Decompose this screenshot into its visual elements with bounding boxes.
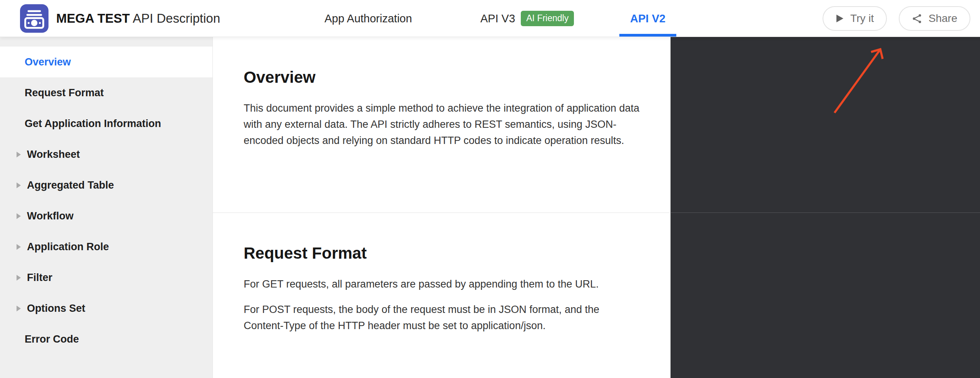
main-content: Overview This document provides a simple… xyxy=(213,37,980,378)
body: Overview Request Format Get Application … xyxy=(0,37,980,378)
sidebar-item-aggregated-table[interactable]: Aggregated Table xyxy=(0,170,212,201)
tab-app-authorization[interactable]: App Authorization xyxy=(324,0,412,37)
tab-app-authorization-label: App Authorization xyxy=(324,12,412,25)
sidebar-item-label: Aggregated Table xyxy=(27,179,114,191)
sidebar-item-label: Error Code xyxy=(25,333,79,345)
brand: MEGA TEST API Description xyxy=(20,0,220,37)
header-actions: Try it Share xyxy=(823,6,970,31)
sidebar-item-label: Filter xyxy=(27,272,52,284)
code-panel xyxy=(671,37,980,213)
chevron-right-icon xyxy=(16,274,21,281)
tab-api-v3[interactable]: API V3 AI Friendly xyxy=(480,0,574,37)
section-paragraph: For POST requests, the body of the reque… xyxy=(244,301,641,334)
sidebar-item-options-set[interactable]: Options Set xyxy=(0,293,212,324)
chevron-right-icon xyxy=(16,182,21,189)
sidebar-item-workflow[interactable]: Workflow xyxy=(0,201,212,231)
sidebar-item-label: Get Application Information xyxy=(25,118,161,130)
tab-api-v3-label: API V3 xyxy=(480,12,515,25)
sidebar-item-label: Request Format xyxy=(25,87,104,99)
sidebar-item-label: Options Set xyxy=(27,303,85,314)
tab-api-v2-label: API V2 xyxy=(630,12,666,25)
brand-name: MEGA TEST xyxy=(56,11,130,25)
code-panel xyxy=(671,213,980,378)
sidebar: Overview Request Format Get Application … xyxy=(0,37,213,378)
sidebar-item-filter[interactable]: Filter xyxy=(0,262,212,293)
page-title: MEGA TEST API Description xyxy=(56,11,220,26)
sidebar-item-get-application-information[interactable]: Get Application Information xyxy=(0,108,212,139)
sidebar-item-request-format[interactable]: Request Format xyxy=(0,77,212,108)
section-request-format: Request Format For GET requests, all par… xyxy=(213,213,980,378)
api-docs-page: MEGA TEST API Description App Authorizat… xyxy=(0,0,980,378)
doc-column: Overview This document provides a simple… xyxy=(213,37,671,213)
share-button[interactable]: Share xyxy=(899,6,970,31)
header: MEGA TEST API Description App Authorizat… xyxy=(0,0,980,37)
sidebar-item-error-code[interactable]: Error Code xyxy=(0,324,212,355)
section-paragraph: For GET requests, all parameters are pas… xyxy=(244,276,641,292)
sidebar-item-worksheet[interactable]: Worksheet xyxy=(0,139,212,170)
money-app-logo-icon xyxy=(20,4,48,33)
share-label: Share xyxy=(928,12,957,25)
chevron-right-icon xyxy=(16,213,21,219)
try-it-label: Try it xyxy=(850,12,874,25)
sidebar-item-label: Worksheet xyxy=(27,149,80,161)
active-tab-underline xyxy=(619,34,676,37)
sidebar-item-label: Application Role xyxy=(27,241,109,253)
section-heading: Request Format xyxy=(244,244,641,263)
chevron-right-icon xyxy=(16,244,21,250)
chevron-right-icon xyxy=(16,305,21,312)
sidebar-item-label: Workflow xyxy=(27,210,74,222)
brand-subtitle: API Description xyxy=(133,11,220,25)
sidebar-item-overview[interactable]: Overview xyxy=(0,47,212,77)
play-icon xyxy=(836,14,844,23)
sidebar-item-label: Overview xyxy=(25,56,71,68)
doc-column: Request Format For GET requests, all par… xyxy=(213,213,671,378)
try-it-button[interactable]: Try it xyxy=(823,6,887,31)
chevron-right-icon xyxy=(16,151,21,158)
ai-friendly-badge: AI Friendly xyxy=(521,11,574,26)
share-icon xyxy=(912,13,922,24)
sidebar-item-application-role[interactable]: Application Role xyxy=(0,231,212,262)
red-arrow-annotation xyxy=(671,37,980,212)
tab-api-v2[interactable]: API V2 xyxy=(619,0,676,37)
section-overview: Overview This document provides a simple… xyxy=(213,37,980,213)
section-paragraph: This document provides a simple method t… xyxy=(244,100,641,149)
section-heading: Overview xyxy=(244,68,641,87)
